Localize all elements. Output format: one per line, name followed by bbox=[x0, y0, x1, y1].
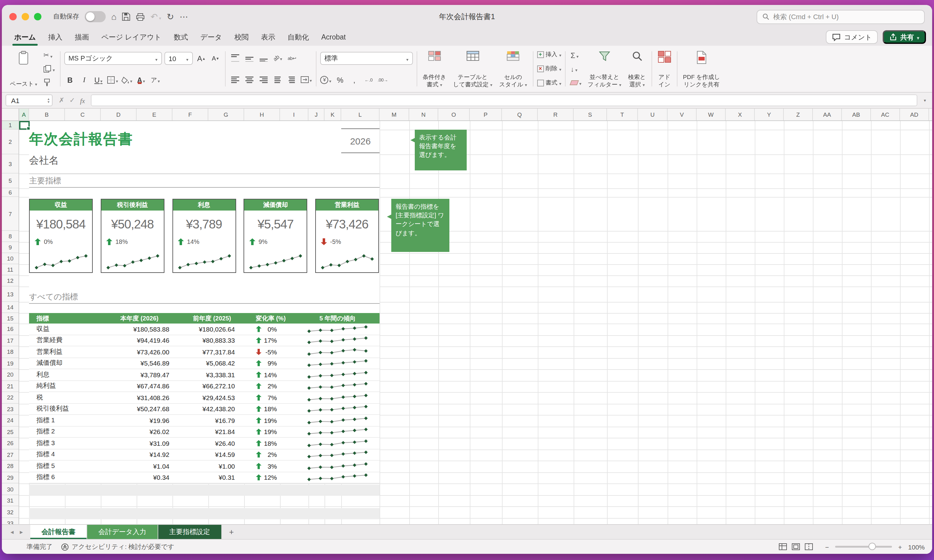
column-header-X[interactable]: X bbox=[726, 109, 755, 120]
conditional-formatting-button[interactable]: 条件付き書式 bbox=[421, 49, 448, 89]
metric-previous-cell[interactable]: ¥14.59 bbox=[178, 451, 246, 458]
align-top-button[interactable] bbox=[229, 52, 241, 64]
column-header-T[interactable]: T bbox=[607, 109, 638, 120]
minimize-window-button[interactable] bbox=[22, 13, 29, 20]
ribbon-tab-数式[interactable]: 数式 bbox=[168, 28, 194, 46]
column-header-J[interactable]: J bbox=[309, 109, 324, 120]
comments-button[interactable]: コメント bbox=[826, 30, 878, 44]
row-header-14[interactable]: 14 bbox=[2, 302, 19, 313]
row-header-24[interactable]: 24 bbox=[2, 415, 19, 426]
grow-font-button[interactable]: A▴ bbox=[195, 52, 207, 64]
column-header-G[interactable]: G bbox=[208, 109, 244, 120]
align-center-button[interactable] bbox=[243, 74, 255, 86]
increase-indent-button[interactable] bbox=[286, 74, 298, 86]
share-button[interactable]: 共有 bbox=[883, 30, 926, 44]
row-header-16[interactable]: 16 bbox=[2, 323, 19, 335]
orientation-button[interactable]: ab bbox=[272, 52, 283, 64]
metric-trend-cell[interactable] bbox=[295, 405, 380, 413]
name-box[interactable]: A1 ▴▾ bbox=[6, 94, 52, 106]
row-header-17[interactable]: 17 bbox=[2, 335, 19, 346]
table-header-cell[interactable]: 変化率 (%) bbox=[246, 314, 295, 323]
metric-name-cell[interactable]: 指標 5 bbox=[29, 462, 101, 471]
metric-change-cell[interactable]: 7% bbox=[246, 394, 295, 402]
formula-bar-expand-icon[interactable] bbox=[921, 98, 928, 103]
column-header-L[interactable]: L bbox=[341, 109, 380, 120]
column-header-K[interactable]: K bbox=[324, 109, 341, 120]
metric-current-cell[interactable]: ¥67,474.86 bbox=[101, 383, 178, 390]
year-callout[interactable]: 表示する会計報告書年度を選びます。 bbox=[415, 130, 467, 171]
metric-trend-cell[interactable] bbox=[295, 416, 380, 425]
formula-input[interactable] bbox=[91, 94, 918, 106]
metric-trend-cell[interactable] bbox=[295, 439, 380, 448]
format-cells-button[interactable]: 書式 bbox=[537, 78, 561, 88]
row-header-1[interactable]: 1 bbox=[2, 121, 19, 130]
font-name-select[interactable]: MS Pゴシック bbox=[64, 52, 162, 65]
more-icon[interactable]: ⋯ bbox=[179, 12, 188, 22]
metric-trend-cell[interactable] bbox=[295, 393, 380, 402]
metric-previous-cell[interactable]: ¥66,272.10 bbox=[178, 383, 246, 390]
metric-name-cell[interactable]: 税引後利益 bbox=[29, 405, 101, 413]
metric-name-cell[interactable]: 営業利益 bbox=[29, 348, 101, 356]
column-header-R[interactable]: R bbox=[538, 109, 574, 120]
align-middle-button[interactable] bbox=[243, 52, 255, 64]
refresh-icon[interactable]: ↻ bbox=[167, 12, 174, 22]
column-header-U[interactable]: U bbox=[638, 109, 668, 120]
column-header-Q[interactable]: Q bbox=[502, 109, 538, 120]
align-left-button[interactable] bbox=[229, 74, 241, 86]
fill-button[interactable]: ↓ bbox=[569, 64, 583, 74]
fill-color-button[interactable] bbox=[121, 74, 133, 86]
row-header-18[interactable]: 18 bbox=[2, 346, 19, 358]
merge-center-button[interactable] bbox=[300, 74, 312, 86]
metric-current-cell[interactable]: ¥94,419.46 bbox=[101, 337, 178, 344]
wrap-text-button[interactable]: ab↩ bbox=[286, 52, 298, 64]
kpi-card[interactable]: 収益 ¥180,584 0% bbox=[29, 199, 93, 273]
metric-trend-cell[interactable] bbox=[295, 382, 380, 391]
metric-current-cell[interactable]: ¥0.34 bbox=[101, 474, 178, 481]
metric-trend-cell[interactable] bbox=[295, 348, 380, 356]
column-header-AC[interactable]: AC bbox=[871, 109, 900, 120]
metric-current-cell[interactable]: ¥73,426.00 bbox=[101, 348, 178, 355]
metric-name-cell[interactable]: 指標 4 bbox=[29, 451, 101, 459]
autosum-button[interactable]: Σ bbox=[569, 50, 583, 60]
cut-button[interactable]: ✂ bbox=[42, 50, 56, 60]
metric-current-cell[interactable]: ¥31.09 bbox=[101, 440, 178, 447]
italic-button[interactable]: I bbox=[78, 74, 90, 86]
accessibility-status[interactable]: アクセシビリティ: 検討が必要です bbox=[61, 542, 174, 551]
phonetic-button[interactable]: ア bbox=[149, 74, 161, 86]
metric-change-cell[interactable]: 2% bbox=[246, 451, 295, 458]
metric-name-cell[interactable]: 純利益 bbox=[29, 382, 101, 391]
row-header-9[interactable]: 9 bbox=[2, 242, 19, 253]
table-header-cell[interactable]: 本年度 (2026) bbox=[101, 314, 178, 323]
row-header-29[interactable]: 29 bbox=[2, 472, 19, 483]
ribbon-tab-表示[interactable]: 表示 bbox=[255, 28, 281, 46]
metric-name-cell[interactable]: 営業経費 bbox=[29, 336, 101, 345]
zoom-out-icon[interactable]: − bbox=[825, 543, 829, 551]
undo-button[interactable]: ↶ bbox=[151, 12, 161, 22]
column-header-D[interactable]: D bbox=[101, 109, 137, 120]
metric-change-cell[interactable]: 19% bbox=[246, 428, 295, 435]
metric-change-cell[interactable]: 3% bbox=[246, 462, 295, 470]
sort-filter-button[interactable]: 並べ替えとフィルター bbox=[586, 49, 623, 89]
metric-current-cell[interactable]: ¥19.96 bbox=[101, 417, 178, 424]
page-break-view-icon[interactable] bbox=[805, 543, 813, 550]
decrease-indent-button[interactable] bbox=[272, 74, 283, 86]
align-bottom-button[interactable] bbox=[258, 52, 269, 64]
sheet-tab-主要指標設定[interactable]: 主要指標設定 bbox=[158, 525, 222, 539]
ribbon-tab-挿入[interactable]: 挿入 bbox=[42, 28, 69, 46]
comma-format-button[interactable]: , bbox=[348, 74, 360, 86]
column-header-H[interactable]: H bbox=[244, 109, 280, 120]
increase-decimal-button[interactable]: ←.0 bbox=[363, 74, 374, 86]
column-header-Y[interactable]: Y bbox=[755, 109, 784, 120]
column-header-AB[interactable]: AB bbox=[842, 109, 871, 120]
row-header-13[interactable]: 13 bbox=[2, 286, 19, 302]
metric-current-cell[interactable]: ¥3,789.47 bbox=[101, 371, 178, 378]
metric-previous-cell[interactable]: ¥26.40 bbox=[178, 440, 246, 447]
row-header-21[interactable]: 21 bbox=[2, 381, 19, 392]
ribbon-tab-自動化[interactable]: 自動化 bbox=[281, 28, 315, 46]
metric-previous-cell[interactable]: ¥5,068.42 bbox=[178, 360, 246, 367]
addins-button[interactable]: アドイン bbox=[656, 49, 673, 89]
metric-name-cell[interactable]: 指標 2 bbox=[29, 428, 101, 436]
home-icon[interactable]: ⌂ bbox=[111, 12, 117, 22]
kpi-card[interactable]: 減価償却 ¥5,547 9% bbox=[244, 199, 307, 273]
metric-current-cell[interactable]: ¥50,247.68 bbox=[101, 405, 178, 413]
